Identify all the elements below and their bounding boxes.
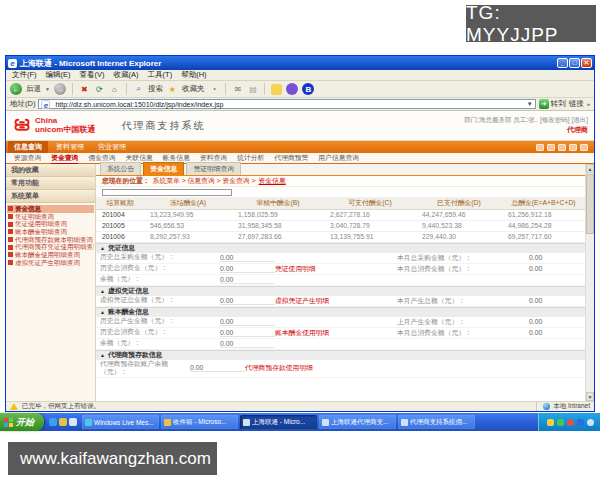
search-label[interactable]: 搜索 bbox=[148, 84, 163, 94]
menu-tools[interactable]: 工具(T) bbox=[148, 70, 173, 80]
prepaid-usage-detail-link[interactable]: 代理商预存款使用明细 bbox=[245, 363, 581, 373]
back-icon[interactable]: ← bbox=[10, 83, 22, 95]
scrollbar[interactable]: ▲ ▼ bbox=[585, 164, 594, 401]
taskbar-window-live[interactable]: Windows Live Mes... bbox=[82, 415, 159, 429]
address-dropdown-icon[interactable]: ▼ bbox=[527, 101, 533, 107]
links-chevron-icon[interactable]: » bbox=[587, 101, 590, 107]
menu-help[interactable]: 帮助(H) bbox=[181, 70, 206, 80]
scroll-thumb[interactable] bbox=[586, 174, 594, 234]
nav-quick-icon-4[interactable] bbox=[569, 144, 577, 151]
nav-tab-info-query[interactable]: 信息查询 bbox=[8, 141, 48, 153]
scroll-up-icon[interactable]: ▲ bbox=[586, 164, 594, 173]
tray-icon[interactable] bbox=[587, 419, 594, 426]
tray-icon[interactable] bbox=[557, 419, 564, 426]
page-error-icon[interactable] bbox=[10, 403, 18, 410]
taskbar-window-shanghai-unicom[interactable]: 上海联通 - Micro... bbox=[240, 415, 317, 429]
nav-quick-icon-1[interactable] bbox=[536, 144, 544, 151]
minimize-button[interactable]: _ bbox=[557, 58, 568, 68]
section-prepaid-header[interactable]: ▲ 代理商预存款信息 bbox=[96, 350, 585, 360]
subnav-resource-query[interactable]: 资源查询 bbox=[14, 153, 41, 163]
address-input[interactable]: e http://dlz.sh.unicom.local:15010/dlz/j… bbox=[38, 99, 535, 109]
nav-tab-data-mgmt[interactable]: 资料管理 bbox=[50, 141, 90, 153]
subnav-statistics[interactable]: 统计分析 bbox=[237, 153, 264, 163]
go-icon: ➜ bbox=[539, 99, 549, 109]
menu-favorites[interactable]: 收藏(A) bbox=[114, 70, 139, 80]
tray-icon[interactable] bbox=[547, 419, 554, 426]
zone-label: 本地 Intranet bbox=[553, 402, 590, 411]
quicklaunch-desktop-icon[interactable] bbox=[69, 418, 77, 426]
field-value: 0.00 bbox=[529, 318, 581, 325]
scroll-down-icon[interactable]: ▼ bbox=[586, 392, 594, 401]
go-button[interactable]: ➜ 转到 bbox=[539, 99, 566, 109]
sidebar-item-voucher-usage[interactable]: 凭证使用明细查询 bbox=[7, 220, 94, 228]
start-button[interactable]: 开始 bbox=[0, 413, 44, 431]
bluetooth-icon[interactable]: B bbox=[302, 83, 314, 95]
website-watermark: www.kaifawangzhan.com bbox=[8, 442, 217, 475]
section-voucher-header[interactable]: ▲ 凭证信息 bbox=[96, 243, 585, 253]
period-input[interactable] bbox=[102, 189, 232, 196]
subnav-fund-query[interactable]: 资金查询 bbox=[51, 153, 78, 164]
refresh-icon[interactable]: ⟳ bbox=[94, 84, 105, 95]
sidebar-section-menu[interactable]: 系统菜单 bbox=[6, 190, 95, 203]
quicklaunch-ie-icon[interactable] bbox=[49, 418, 57, 426]
history-icon[interactable]: ◔ bbox=[208, 84, 219, 95]
tab-voucher-detail[interactable]: 凭证明细查询 bbox=[186, 162, 241, 175]
cell: 27,697,283.66 bbox=[232, 231, 324, 242]
bullet-icon bbox=[8, 206, 13, 211]
stop-icon[interactable]: ✖ bbox=[79, 84, 90, 95]
sidebar-section-favorites[interactable]: 我的收藏 bbox=[6, 164, 95, 177]
tray-icon[interactable] bbox=[577, 419, 584, 426]
sidebar-section-common[interactable]: 常用功能 bbox=[6, 177, 95, 190]
taskbar-window-inbox[interactable]: 收件箱 - Microso... bbox=[161, 415, 238, 429]
mail-icon[interactable]: ✉ bbox=[232, 84, 243, 95]
bullet-icon bbox=[8, 214, 13, 219]
messenger-icon[interactable] bbox=[286, 83, 298, 95]
menu-file[interactable]: 文件(F) bbox=[12, 70, 37, 80]
cell: 201006 bbox=[96, 231, 144, 242]
forward-icon[interactable]: → bbox=[54, 83, 66, 95]
favorites-icon[interactable]: ★ bbox=[167, 84, 178, 95]
brand: China unicom中国联通 bbox=[12, 116, 95, 136]
subnav-agent-warning[interactable]: 代理商预警 bbox=[274, 153, 308, 163]
nav-quick-icon-5[interactable] bbox=[580, 144, 588, 151]
sidebar-item-prepaid-voucher[interactable]: 代理商预存凭证使用明细查询 bbox=[7, 243, 94, 251]
section-virtual-header[interactable]: ▲ 虚拟凭证信息 bbox=[96, 286, 585, 296]
voucher-usage-detail-link[interactable]: 凭证使用明细 bbox=[275, 264, 397, 274]
tray-icon[interactable] bbox=[567, 419, 574, 426]
tab-fund-info[interactable]: 资金信息 bbox=[143, 162, 184, 175]
favorites-label[interactable]: 收藏夹 bbox=[182, 84, 205, 94]
section-ledger-header[interactable]: ▲ 账本酬金信息 bbox=[96, 307, 585, 317]
home-icon[interactable]: ⌂ bbox=[109, 84, 120, 95]
sidebar-item-ledger-detail[interactable]: 账本酬金明细查询 bbox=[7, 228, 94, 236]
virtual-voucher-detail-link[interactable]: 虚拟凭证产生明细 bbox=[275, 296, 397, 306]
cell: 3,040,728.79 bbox=[324, 220, 416, 231]
sidebar-item-prepaid-ledger[interactable]: 代理商预存款账本明细查询 bbox=[7, 236, 94, 244]
nav-quick-icon-2[interactable] bbox=[547, 144, 555, 151]
breadcrumb-current[interactable]: 资金信息 bbox=[259, 176, 286, 186]
sidebar-item-fund-info[interactable]: 资金信息 bbox=[7, 205, 94, 213]
folder-icon[interactable] bbox=[271, 84, 282, 95]
nav-tab-business-mgmt[interactable]: 营业管理 bbox=[92, 141, 132, 153]
sidebar-item-ledger-usage[interactable]: 账本酬金使用明细查询 bbox=[7, 251, 94, 259]
search-icon[interactable]: ⌕ bbox=[133, 84, 144, 95]
sidebar-item-virtual-voucher[interactable]: 虚拟凭证产生明细查询 bbox=[7, 259, 94, 267]
subnav-user-info-query[interactable]: 用户信息查询 bbox=[318, 153, 359, 163]
breadcrumb-path[interactable]: 系统菜单 > 信息查询 > 资金查询 > bbox=[153, 176, 256, 186]
taskbar-window-agent-portal[interactable]: 上海联通代理商支... bbox=[319, 415, 396, 429]
nav-quick-icon-3[interactable] bbox=[558, 144, 566, 151]
title-bar[interactable]: e 上海联通 - Microsoft Internet Explorer _ □… bbox=[6, 56, 594, 70]
quicklaunch-mail-icon[interactable] bbox=[59, 418, 67, 426]
sidebar-item-voucher-detail[interactable]: 凭证明细查询 bbox=[7, 213, 94, 221]
tab-system-notice[interactable]: 系统公告 bbox=[100, 162, 141, 175]
back-label[interactable]: 后退 bbox=[26, 84, 41, 94]
back-dropdown-icon[interactable]: ▼ bbox=[45, 86, 50, 92]
menu-view[interactable]: 查看(V) bbox=[80, 70, 105, 80]
close-button[interactable]: ✕ bbox=[581, 58, 592, 68]
app-header: China unicom中国联通 代理商支持系统 部门:海总服务部 员工:张..… bbox=[6, 111, 594, 141]
print-icon[interactable]: ▤ bbox=[247, 84, 258, 95]
ledger-usage-detail-link[interactable]: 账本酬金使用明细 bbox=[275, 328, 397, 338]
maximize-button[interactable]: □ bbox=[569, 58, 580, 68]
taskbar-window-agent-system[interactable]: 代理商支持系统佣... bbox=[398, 415, 475, 429]
links-label[interactable]: 链接 bbox=[569, 99, 584, 109]
menu-edit[interactable]: 编辑(E) bbox=[46, 70, 71, 80]
